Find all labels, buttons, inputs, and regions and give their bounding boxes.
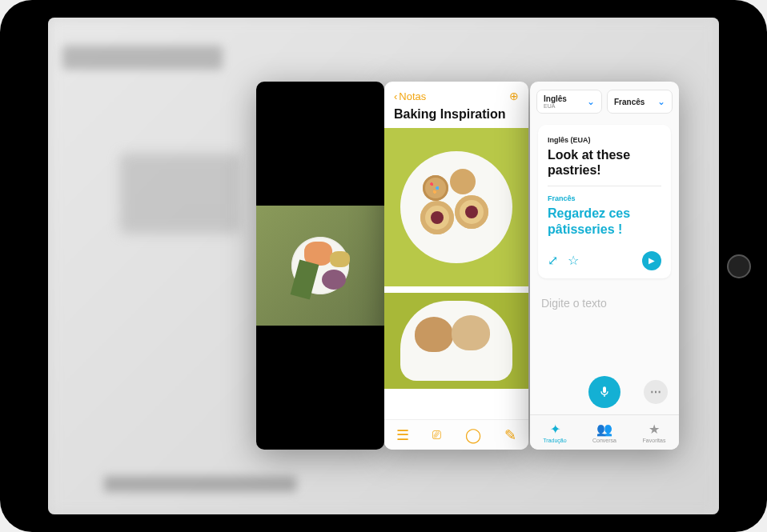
- chevron-down-icon: ⌄: [587, 96, 595, 107]
- ipad-device-frame: Fotos: [0, 0, 767, 532]
- app-card-notes[interactable]: Notas Baking Inspiration ‹ Notas ⊕ Bakin…: [384, 82, 528, 450]
- camera-icon[interactable]: ⎚: [432, 426, 441, 443]
- language-selectors: Inglês EUA ⌄ Francês ⌄: [530, 82, 679, 122]
- input-placeholder: Digite o texto: [541, 297, 607, 310]
- tab-label: Favoritas: [643, 438, 666, 443]
- tab-label: Conversa: [592, 438, 616, 443]
- target-language-selector[interactable]: Francês ⌄: [607, 90, 673, 114]
- back-label: Notas: [399, 90, 426, 102]
- app-switcher: Fotos: [48, 18, 719, 514]
- translation-actions: ⤢ ☆ ▶: [548, 251, 661, 270]
- tab-translate[interactable]: ✦ Tradução: [530, 415, 580, 450]
- notes-back-button[interactable]: ‹ Notas: [394, 90, 426, 102]
- divider: [548, 186, 661, 186]
- app-card-translate[interactable]: Traduzir Inglês EUA ⌄ Francês: [530, 82, 679, 450]
- chevron-left-icon: ‹: [394, 90, 397, 102]
- ipad-screen: Fotos: [48, 18, 719, 514]
- source-language-label: Inglês: [544, 94, 567, 103]
- translate-input-area[interactable]: Digite o texto: [538, 286, 671, 310]
- notes-toolbar: ☰ ⎚ ◯ ✎: [384, 419, 528, 450]
- markup-icon[interactable]: ◯: [465, 426, 481, 444]
- note-image-conchas: [384, 293, 528, 389]
- favorites-tab-icon: ★: [649, 422, 660, 437]
- conversation-tab-icon: 👥: [596, 422, 612, 437]
- notes-share-icon[interactable]: ⊕: [509, 90, 519, 102]
- notes-navigation-bar: ‹ Notas ⊕: [384, 82, 528, 106]
- target-language-display: Francês: [548, 194, 661, 202]
- note-image-pastries: [384, 128, 528, 286]
- note-title: Baking Inspiration: [384, 106, 528, 128]
- target-language-label: Francês: [614, 98, 645, 106]
- tab-conversation[interactable]: 👥 Conversa: [580, 415, 629, 450]
- more-button[interactable]: ⋯: [644, 380, 668, 404]
- source-text: Look at these pastries!: [548, 147, 661, 178]
- source-language-selector[interactable]: Inglês EUA ⌄: [536, 90, 602, 114]
- microphone-button[interactable]: [588, 376, 620, 408]
- app-card-photos[interactable]: Fotos: [256, 82, 384, 450]
- expand-icon[interactable]: ⤢: [548, 253, 558, 268]
- translate-tab-icon: ✦: [550, 422, 560, 437]
- favorite-icon[interactable]: ☆: [568, 253, 579, 268]
- checklist-icon[interactable]: ☰: [396, 426, 409, 444]
- compose-icon[interactable]: ✎: [504, 426, 516, 444]
- home-button[interactable]: [727, 254, 751, 278]
- target-text: Regardez ces pâtisseries !: [548, 206, 661, 236]
- play-audio-button[interactable]: ▶: [642, 251, 661, 270]
- source-language-display: Inglês (EUA): [548, 136, 661, 144]
- tab-favorites[interactable]: ★ Favoritas: [629, 415, 679, 450]
- translation-panel: Inglês (EUA) Look at these pastries! Fra…: [538, 125, 671, 278]
- tab-label: Tradução: [543, 438, 566, 443]
- photo-image: [256, 206, 384, 326]
- mic-row: ⋯: [530, 376, 679, 408]
- translate-tab-bar: ✦ Tradução 👥 Conversa ★ Favoritas: [530, 414, 679, 450]
- source-language-sublabel: EUA: [544, 103, 567, 109]
- chevron-down-icon: ⌄: [657, 96, 665, 107]
